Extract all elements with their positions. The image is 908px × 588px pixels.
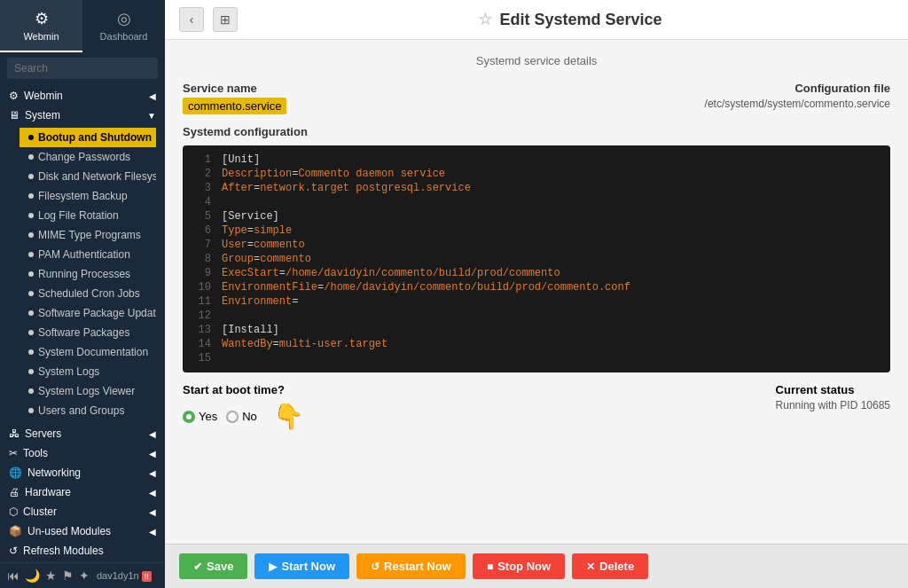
sidebar-item-networking-label: Networking <box>27 466 81 479</box>
favorite-star-icon[interactable]: ☆ <box>478 10 492 29</box>
sidebar-item-cluster-label: Cluster <box>23 506 57 518</box>
sidebar-tab-webmin[interactable]: ⚙ Webmin <box>0 0 82 52</box>
restart-now-button[interactable]: ↺ Restart Now <box>356 553 466 579</box>
sparkle-icon[interactable]: ✦ <box>79 568 90 583</box>
sidebar-item-servers[interactable]: 🖧 Servers ◀ <box>0 422 165 442</box>
boot-yes-option[interactable]: Yes <box>183 410 217 423</box>
unused-modules-arrow-icon: ◀ <box>149 527 156 537</box>
sidebar-item-software-updates[interactable]: Software Package Updates <box>20 303 156 323</box>
disk-network-label: Disk and Network Filesystems <box>38 170 156 183</box>
grid-button[interactable]: ⊞ <box>213 7 238 32</box>
delete-label: Delete <box>599 560 634 573</box>
start-icon: ▶ <box>269 561 277 573</box>
boot-no-radio[interactable] <box>226 411 239 423</box>
sidebar-item-pam-auth[interactable]: PAM Authentication <box>20 245 156 264</box>
service-info-row: Service name commento.service Configurat… <box>183 82 890 114</box>
dot <box>28 310 34 316</box>
save-button[interactable]: ✔ Save <box>179 553 247 579</box>
sidebar-search-container <box>0 52 165 84</box>
servers-icon: 🖧 <box>9 427 20 440</box>
sidebar-item-system[interactable]: 🖥 System ▼ <box>0 104 165 123</box>
dot <box>28 193 34 199</box>
sidebar-item-unused-modules[interactable]: 📦 Un-used Modules ◀ <box>0 520 165 539</box>
moon-icon[interactable]: 🌙 <box>25 568 40 583</box>
star-bottom-icon[interactable]: ★ <box>45 568 57 583</box>
code-line-9: 9 ExecStart=/home/davidyin/commento/buil… <box>183 266 890 280</box>
cron-jobs-label: Scheduled Cron Jobs <box>38 287 140 300</box>
change-passwords-label: Change Passwords <box>38 151 130 163</box>
webmin-section-icon: ⚙ <box>9 90 19 102</box>
media-icon[interactable]: ⏮ <box>7 568 20 583</box>
dot <box>28 154 34 160</box>
sidebar-item-filesystem-backup[interactable]: Filesystem Backup <box>20 186 156 206</box>
service-name-label: Service name <box>183 82 286 95</box>
sidebar-item-webmin[interactable]: ⚙ Webmin ◀ <box>0 84 165 104</box>
refresh-modules-icon: ↺ <box>9 545 18 557</box>
sidebar-item-software-packages[interactable]: Software Packages <box>20 323 156 342</box>
sidebar-item-running-processes[interactable]: Running Processes <box>20 264 156 284</box>
main-panel: ‹ ⊞ ☆ Edit Systemd Service Systemd servi… <box>165 0 908 588</box>
sidebar-item-refresh-modules[interactable]: ↺ Refresh Modules <box>0 539 165 559</box>
sidebar-item-system-logs-viewer[interactable]: System Logs Viewer <box>20 381 156 401</box>
start-now-label: Start Now <box>281 560 335 573</box>
boot-yes-radio[interactable] <box>183 411 195 423</box>
code-line-6: 6 Type=simple <box>183 223 890 238</box>
code-line-12: 12 <box>183 309 890 323</box>
sidebar-item-system-documentation[interactable]: System Documentation <box>20 342 156 362</box>
sidebar-item-system-label: System <box>25 109 60 122</box>
code-line-3: 3 After=network.target postgresql.servic… <box>183 181 890 195</box>
code-line-13: 13 [Install] <box>183 323 890 337</box>
save-label: Save <box>207 560 233 573</box>
stop-now-button[interactable]: ■ Stop Now <box>473 553 565 579</box>
sidebar-item-unused-modules-label: Un-used Modules <box>27 525 111 537</box>
flag-icon[interactable]: ⚑ <box>62 568 74 583</box>
dot <box>28 349 34 355</box>
sidebar-item-networking[interactable]: 🌐 Networking ◀ <box>0 461 165 481</box>
dot <box>28 388 34 394</box>
start-now-button[interactable]: ▶ Start Now <box>254 553 349 579</box>
sidebar-item-mime-type[interactable]: MIME Type Programs <box>20 225 156 245</box>
hand-pointing-icon: 👇 <box>273 402 304 431</box>
service-name-section: Service name commento.service <box>183 82 286 114</box>
sidebar-item-users-groups[interactable]: Users and Groups <box>20 401 156 420</box>
networking-icon: 🌐 <box>9 466 22 479</box>
sidebar-item-disk-network[interactable]: Disk and Network Filesystems <box>20 167 156 186</box>
sidebar-item-hardware[interactable]: 🖨 Hardware ◀ <box>0 481 165 500</box>
dot <box>28 408 34 413</box>
code-line-11: 11 Environment= <box>183 294 890 309</box>
sidebar: ⚙ Webmin ◎ Dashboard ⚙ Webmin ◀ 🖥 System… <box>0 0 165 588</box>
sidebar-item-change-passwords[interactable]: Change Passwords <box>20 147 156 167</box>
cluster-icon: ⬡ <box>9 506 18 518</box>
servers-arrow-icon: ◀ <box>149 429 156 439</box>
running-processes-label: Running Processes <box>38 268 130 280</box>
cluster-arrow-icon: ◀ <box>149 507 156 517</box>
unused-modules-icon: 📦 <box>9 525 22 537</box>
sidebar-bottom-bar: ⏮ 🌙 ★ ⚑ ✦ dav1dy1n !! <box>0 562 165 588</box>
sidebar-tab-dashboard[interactable]: ◎ Dashboard <box>82 0 165 52</box>
code-line-15: 15 <box>183 351 890 365</box>
delete-icon: ✕ <box>586 561 595 573</box>
code-line-5: 5 [Service] <box>183 209 890 223</box>
system-logs-viewer-label: System Logs Viewer <box>38 385 135 397</box>
sidebar-item-log-file-rotation[interactable]: Log File Rotation <box>20 206 156 225</box>
sidebar-bottom-icons: ⏮ 🌙 ★ ⚑ ✦ <box>7 568 90 583</box>
sidebar-item-tools[interactable]: ✂ Tools ◀ <box>0 442 165 461</box>
code-line-4: 4 <box>183 195 890 209</box>
software-updates-label: Software Package Updates <box>38 307 156 319</box>
sidebar-item-cluster[interactable]: ⬡ Cluster ◀ <box>0 500 165 520</box>
system-section-icon: 🖥 <box>9 109 20 122</box>
code-editor[interactable]: 1 [Unit] 2 Description=Commento daemon s… <box>183 145 890 372</box>
sidebar-item-system-logs[interactable]: System Logs <box>20 362 156 381</box>
back-button[interactable]: ‹ <box>179 7 204 32</box>
search-input[interactable] <box>7 58 158 79</box>
save-icon: ✔ <box>193 561 202 573</box>
sidebar-item-cron-jobs[interactable]: Scheduled Cron Jobs <box>20 284 156 303</box>
networking-arrow-icon: ◀ <box>149 468 156 478</box>
system-documentation-label: System Documentation <box>38 346 148 358</box>
active-dot <box>28 135 34 140</box>
boot-no-option[interactable]: No <box>226 410 257 423</box>
sidebar-item-bootup-shutdown[interactable]: Bootup and Shutdown <box>20 128 156 147</box>
code-line-10: 10 EnvironmentFile=/home/davidyin/commen… <box>183 280 890 294</box>
delete-button[interactable]: ✕ Delete <box>572 553 648 579</box>
mime-type-label: MIME Type Programs <box>38 229 141 241</box>
